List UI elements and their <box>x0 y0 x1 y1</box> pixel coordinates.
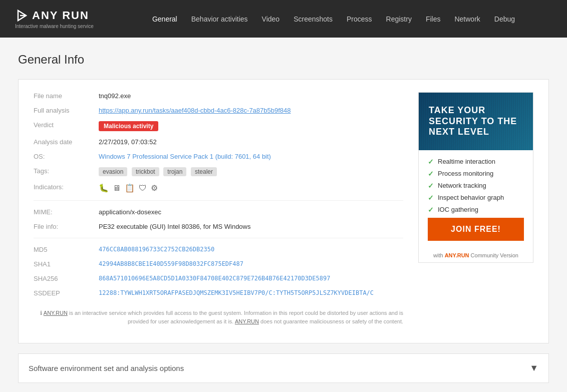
md5-row: MD5 476CC8AB088196733C2752CB26DB2350 <box>34 246 403 253</box>
tag-evasion: evasion <box>99 167 127 176</box>
expand-icon: ▼ <box>529 363 538 373</box>
sha256-row: SHA256 868A571010696E5A8CD5D1A0330F84708… <box>34 275 403 282</box>
check-icon-5: ✓ <box>428 206 434 214</box>
shield-icon: 🛡 <box>139 184 147 193</box>
check-icon-2: ✓ <box>428 170 434 178</box>
file-info-row: File info: PE32 executable (GUI) Intel 8… <box>34 223 403 230</box>
ssdeep-label: SSDEEP <box>34 289 99 297</box>
nav-registry[interactable]: Registry <box>386 15 412 23</box>
env-title: Software environment set and analysis op… <box>29 364 184 372</box>
os-row: OS: Windows 7 Professional Service Pack … <box>34 153 403 160</box>
promo-feature-realtime: ✓ Realtime interaction <box>428 158 524 166</box>
info-card: File name tnq092.exe Full analysis https… <box>18 79 549 343</box>
sha1-label: SHA1 <box>34 260 99 268</box>
tag-stealer: stealer <box>191 167 217 176</box>
nav-process[interactable]: Process <box>347 15 372 23</box>
verdict-row: Verdict Malicious activity <box>34 121 403 131</box>
tag-trojan: trojan <box>163 167 186 176</box>
disclaimer-anyrun-link2[interactable]: ANY.RUN <box>235 318 259 324</box>
promo-feature-label-4: Inspect behavior graph <box>438 194 504 201</box>
nav-general[interactable]: General <box>152 15 177 23</box>
logo-row: ANY RUN <box>15 9 95 23</box>
promo-footer-suffix: Community Version <box>471 252 518 258</box>
sha1-value: 42994AB8B8CBE1E40D559F98D8032FC875EDF487 <box>99 260 403 267</box>
md5-label: MD5 <box>34 246 99 253</box>
nav-debug[interactable]: Debug <box>494 15 515 23</box>
full-analysis-value: https://app.any.run/tasks/aaef408d-cbbd-… <box>99 107 403 114</box>
promo-feature-label-5: IOC gathering <box>438 206 478 213</box>
disclaimer-anyrun-link1[interactable]: ANY.RUN <box>44 310 68 316</box>
full-analysis-label: Full analysis <box>34 107 99 114</box>
mime-value: application/x-dosexec <box>99 208 403 216</box>
disclaimer-info-icon: ℹ <box>40 310 42 316</box>
header: ANY RUN Interactive malware hunting serv… <box>0 0 567 38</box>
verdict-label: Verdict <box>34 121 99 129</box>
logo-text: ANY RUN <box>32 9 89 22</box>
sha256-value: 868A571010696E5A8CD5D1A0330F84708E402C87… <box>99 275 403 282</box>
bug-icon: 🐛 <box>99 183 109 193</box>
promo-feature-ioc: ✓ IOC gathering <box>428 206 524 214</box>
promo-feature-label-3: Network tracking <box>438 182 486 189</box>
os-label: OS: <box>34 153 99 160</box>
nav-screenshots[interactable]: Screenshots <box>294 15 333 23</box>
promo-feature-label-2: Process monitoring <box>438 170 493 177</box>
nav-behavior[interactable]: Behavior activities <box>191 15 248 23</box>
file-name-row: File name tnq092.exe <box>34 92 403 100</box>
promo-footer-with: with <box>433 252 443 258</box>
promo-title: TAKE YOUR SECURITY TO THE NEXT LEVEL <box>429 105 523 138</box>
indicators-row: Indicators: 🐛 🖥 📋 🛡 ⚙ <box>34 183 403 193</box>
file-info-value: PE32 executable (GUI) Intel 80386, for M… <box>99 223 403 230</box>
promo-feature-network: ✓ Network tracking <box>428 182 524 190</box>
nav-video[interactable]: Video <box>262 15 280 23</box>
security-icon: ⚙ <box>151 183 158 193</box>
nav-files[interactable]: Files <box>426 15 441 23</box>
nav-network[interactable]: Network <box>454 15 480 23</box>
mime-row: MIME: application/x-dosexec <box>34 208 403 216</box>
full-analysis-link[interactable]: https://app.any.run/tasks/aaef408d-cbbd-… <box>99 107 291 114</box>
check-icon-1: ✓ <box>428 158 434 166</box>
main-content: General Info File name tnq092.exe Full a… <box>8 38 559 392</box>
tags-value: evasion trickbot trojan stealer <box>99 167 403 176</box>
monitor-icon: 🖥 <box>113 184 121 193</box>
ssdeep-row: SSDEEP 12288:TYWLWH1XRT5ORAFPASEDJQMSZEM… <box>34 289 403 297</box>
verdict-badge: Malicious activity <box>99 121 158 131</box>
disclaimer: ℹ ANY.RUN is an interactive service whic… <box>34 304 403 330</box>
promo-feature-behavior: ✓ Inspect behavior graph <box>428 194 524 202</box>
indicators-value: 🐛 🖥 📋 🛡 ⚙ <box>99 183 403 193</box>
md5-value: 476CC8AB088196733C2752CB26DB2350 <box>99 246 403 253</box>
analysis-date-value: 2/27/2019, 07:03:52 <box>99 138 403 146</box>
check-icon-3: ✓ <box>428 182 434 190</box>
file-name-value: tnq092.exe <box>99 92 403 100</box>
promo-feature-process: ✓ Process monitoring <box>428 170 524 178</box>
promo-footer: with ANY.RUN Community Version <box>419 248 533 262</box>
tag-trickbot: trickbot <box>132 167 159 176</box>
promo-footer-brand: ANY.RUN <box>445 252 469 258</box>
divider1 <box>34 200 403 201</box>
promo-banner: TAKE YOUR SECURITY TO THE NEXT LEVEL <box>419 93 533 150</box>
file-info-label: File info: <box>34 223 99 230</box>
promo-features: ✓ Realtime interaction ✓ Process monitor… <box>419 150 533 248</box>
main-nav: General Behavior activities Video Screen… <box>115 15 552 23</box>
sha1-row: SHA1 42994AB8B8CBE1E40D559F98D8032FC875E… <box>34 260 403 268</box>
divider2 <box>34 238 403 238</box>
verdict-value: Malicious activity <box>99 121 403 131</box>
hash-section: MD5 476CC8AB088196733C2752CB26DB2350 SHA… <box>34 246 403 297</box>
tags-row: Tags: evasion trickbot trojan stealer <box>34 167 403 176</box>
logo-area: ANY RUN Interactive malware hunting serv… <box>15 9 95 29</box>
full-analysis-row: Full analysis https://app.any.run/tasks/… <box>34 107 403 114</box>
info-main: File name tnq092.exe Full analysis https… <box>34 92 403 330</box>
join-free-button[interactable]: JOIN FREE! <box>428 218 524 241</box>
mime-label: MIME: <box>34 208 99 216</box>
analysis-date-label: Analysis date <box>34 138 99 146</box>
check-icon-4: ✓ <box>428 194 434 202</box>
tags-label: Tags: <box>34 167 99 175</box>
logo-icon <box>15 9 29 23</box>
file-name-label: File name <box>34 92 99 100</box>
page-title: General Info <box>18 53 549 67</box>
analysis-date-row: Analysis date 2/27/2019, 07:03:52 <box>34 138 403 146</box>
disclaimer-text2: does not guarantee maliciousness or safe… <box>260 318 403 324</box>
env-section[interactable]: Software environment set and analysis op… <box>18 353 549 383</box>
ssdeep-value: 12288:TYWLWH1XRT5ORAFPASEDJQMSZEMK3IV5HE… <box>99 289 403 296</box>
indicators-label: Indicators: <box>34 183 99 191</box>
promo-card: TAKE YOUR SECURITY TO THE NEXT LEVEL ✓ R… <box>418 92 533 263</box>
